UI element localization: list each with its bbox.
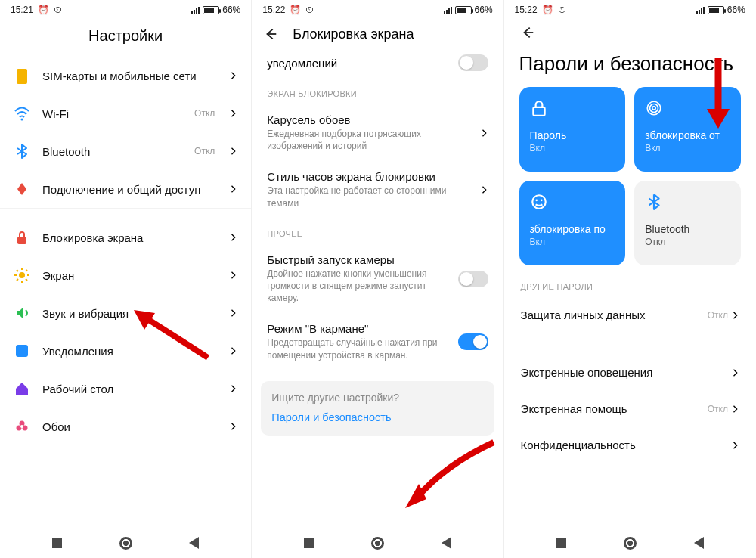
passwords-security-link[interactable]: Пароли и безопасность bbox=[271, 411, 483, 423]
toggle[interactable] bbox=[458, 333, 488, 350]
chevron-right-icon bbox=[230, 231, 237, 244]
toggle[interactable] bbox=[458, 54, 488, 71]
signal-icon bbox=[191, 6, 200, 14]
p3-row[interactable]: Защита личных данныхОткл bbox=[504, 297, 756, 333]
alarm-icon: ⏲ bbox=[54, 5, 63, 15]
battery-percent: 66% bbox=[475, 5, 493, 15]
chevron-right-icon bbox=[732, 439, 739, 452]
tile-title: Bluetooth bbox=[645, 223, 730, 235]
row-label: Обои bbox=[42, 420, 218, 433]
row-label: Wi-Fi bbox=[42, 107, 182, 120]
battery-percent: 66% bbox=[727, 5, 745, 15]
flower-icon bbox=[14, 418, 30, 435]
status-bar: 15:21⏰⏲ 66% bbox=[0, 0, 251, 20]
setting-row-share[interactable]: Подключение и общий доступ bbox=[0, 170, 251, 208]
tile-bt[interactable]: Bluetooth Откл bbox=[634, 181, 741, 265]
tile-state: Откл bbox=[645, 237, 730, 247]
back-button[interactable] bbox=[438, 535, 454, 550]
alarm-icon: ⏰ bbox=[38, 5, 49, 15]
chevron-right-icon bbox=[230, 69, 237, 82]
p3-row[interactable]: Конфиденциальность bbox=[504, 427, 756, 463]
battery-icon bbox=[203, 6, 219, 14]
pocket-mode-row[interactable]: Режим "В кармане"Предотвращать случайные… bbox=[252, 313, 503, 370]
chevron-right-icon bbox=[230, 182, 237, 196]
lock-clock-style-row[interactable]: Стиль часов экрана блокировкиЭта настрой… bbox=[252, 161, 503, 218]
row-label: Уведомления bbox=[42, 345, 218, 358]
setting-row-lock[interactable]: Блокировка экрана bbox=[0, 219, 251, 256]
battery-percent: 66% bbox=[222, 5, 240, 15]
tile-state: Вкл bbox=[645, 143, 730, 153]
row-value: Откл bbox=[194, 108, 215, 119]
tile-title: зблокировка от bbox=[645, 129, 730, 141]
passwords-security-panel: 15:22⏰⏲ 66% Пароли и безопасность Пароль… bbox=[504, 0, 756, 558]
share-icon bbox=[14, 181, 30, 197]
tile-padlock[interactable]: Пароль Вкл bbox=[519, 87, 626, 172]
row-label: Рабочий стол bbox=[42, 383, 218, 395]
home-button[interactable] bbox=[118, 535, 133, 550]
tile-fprint[interactable]: зблокировка от Вкл bbox=[634, 87, 741, 172]
alarm-icon: ⏲ bbox=[305, 5, 314, 15]
tile-state: Вкл bbox=[530, 143, 615, 153]
quick-camera-row[interactable]: Быстрый запуск камерыДвойное нажатие кно… bbox=[252, 244, 503, 314]
setting-row-sun[interactable]: Экран bbox=[0, 256, 251, 294]
tile-face[interactable]: зблокировка по Вкл bbox=[519, 181, 626, 265]
row-label: Блокировка экрана bbox=[42, 231, 218, 244]
header: Блокировка экрана bbox=[252, 20, 503, 54]
back-button[interactable] bbox=[262, 26, 279, 42]
row-label: SIM-карты и мобильные сети bbox=[42, 70, 218, 82]
carousel-wallpapers-row[interactable]: Карусель обоевЕжедневная подборка потряс… bbox=[252, 104, 503, 161]
p3-row[interactable]: Экстренная помощьОткл bbox=[504, 391, 756, 427]
square-icon bbox=[14, 343, 30, 359]
face-icon bbox=[530, 193, 550, 212]
chevron-right-icon bbox=[230, 306, 237, 320]
nav-bar bbox=[252, 528, 503, 558]
setting-row-wifi[interactable]: Wi-FiОткл bbox=[0, 95, 251, 132]
toggle[interactable] bbox=[458, 271, 488, 287]
alarm-icon: ⏰ bbox=[542, 5, 553, 15]
setting-row-bt[interactable]: BluetoothОткл bbox=[0, 132, 251, 170]
back-button[interactable] bbox=[519, 24, 536, 41]
setting-row-sim[interactable]: SIM-карты и мобильные сети bbox=[0, 57, 251, 95]
truncated-row[interactable]: уведомлений bbox=[252, 54, 503, 79]
back-button[interactable] bbox=[187, 535, 202, 550]
section-label: ПРОЧЕЕ bbox=[252, 219, 503, 244]
battery-icon bbox=[708, 6, 724, 14]
recent-apps-button[interactable] bbox=[49, 535, 64, 550]
sun-icon bbox=[14, 267, 30, 284]
wifi-icon bbox=[14, 105, 30, 122]
row-label: Звук и вибрация bbox=[42, 307, 218, 320]
setting-row-home[interactable]: Рабочий стол bbox=[0, 370, 251, 408]
section-label: ДРУГИЕ ПАРОЛИ bbox=[504, 265, 756, 297]
setting-row-flower[interactable]: Обои bbox=[0, 408, 251, 445]
alarm-icon: ⏲ bbox=[558, 5, 567, 15]
chevron-right-icon bbox=[230, 382, 237, 395]
battery-icon bbox=[455, 6, 472, 14]
sim-icon bbox=[14, 67, 30, 84]
chevron-right-icon bbox=[230, 420, 237, 433]
recent-apps-button[interactable] bbox=[302, 535, 317, 550]
signal-icon bbox=[696, 6, 705, 14]
page-title: Настройки bbox=[0, 20, 251, 57]
setting-row-square[interactable]: Уведомления bbox=[0, 332, 251, 370]
chevron-right-icon bbox=[481, 126, 488, 140]
p3-row[interactable]: Экстренные оповещения bbox=[504, 355, 756, 391]
fprint-icon bbox=[645, 99, 665, 119]
padlock-icon bbox=[530, 99, 550, 119]
setting-row-sound[interactable]: Звук и вибрация bbox=[0, 294, 251, 332]
chevron-right-icon bbox=[230, 144, 237, 158]
recent-apps-button[interactable] bbox=[553, 535, 569, 550]
tile-title: Пароль bbox=[530, 129, 615, 141]
row-value: Откл bbox=[194, 146, 215, 157]
chevron-right-icon bbox=[230, 344, 237, 358]
home-button[interactable] bbox=[622, 535, 637, 550]
nav-bar bbox=[504, 528, 756, 558]
home-button[interactable] bbox=[370, 535, 385, 550]
back-button[interactable] bbox=[691, 535, 706, 550]
chevron-right-icon bbox=[230, 107, 237, 120]
lock-icon bbox=[14, 229, 30, 246]
bt-icon bbox=[14, 143, 30, 160]
section-label: ЭКРАН БЛОКИРОВКИ bbox=[252, 79, 503, 104]
related-settings-card: Ищите другие настройки? Пароли и безопас… bbox=[261, 381, 494, 436]
related-hint: Ищите другие настройки? bbox=[271, 392, 483, 404]
settings-list: SIM-карты и мобильные сетиWi-FiОтклBluet… bbox=[0, 57, 251, 528]
